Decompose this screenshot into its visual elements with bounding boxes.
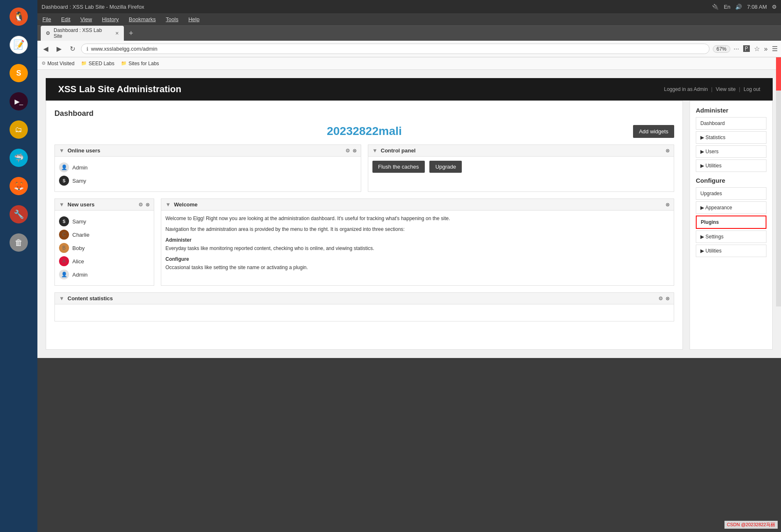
title-bar: Dashboard : XSS Lab Site - Mozilla Firef… — [37, 0, 781, 13]
control-panel-settings-icon[interactable]: ⊗ — [665, 148, 670, 154]
settings-icon[interactable]: ⚙ — [772, 4, 777, 10]
flush-caches-button[interactable]: Flush the caches — [372, 161, 425, 173]
sidebar-configure-utilities-arrow: ▶ — [700, 248, 705, 254]
log-out-link[interactable]: Log out — [744, 86, 760, 92]
admin-site-title: XSS Lab Site Administration — [58, 84, 181, 95]
wireshark-icon[interactable]: 🦈 — [6, 145, 31, 170]
trash-icon[interactable]: 🗑 — [6, 230, 31, 255]
menu-tools[interactable]: Tools — [164, 15, 180, 23]
configure-section-title: Configure — [696, 177, 766, 184]
boby-avatar: B — [59, 243, 69, 253]
online-user-samy-name: Samy — [72, 178, 86, 184]
active-tab[interactable]: ⚙ Dashboard : XSS Lab Site ✕ — [41, 26, 124, 41]
sidebar-plugins-link[interactable]: Plugins — [696, 216, 766, 229]
welcome-close-icon[interactable]: ⊗ — [665, 202, 670, 208]
bookmark-most-visited[interactable]: ⚙ Most Visited — [42, 61, 74, 66]
online-users-close-icon[interactable]: ⊗ — [352, 148, 357, 154]
administer-section-title: Administer — [696, 107, 766, 114]
menu-file[interactable]: File — [41, 15, 53, 23]
admin-avatar: 👤 — [59, 162, 69, 172]
refresh-button[interactable]: ↻ — [67, 44, 78, 54]
welcome-widget: ▼ Welcome ⊗ Welcome to Elgg! Right now y… — [161, 199, 674, 286]
dashboard-title: Dashboard — [54, 109, 674, 118]
menu-help[interactable]: Help — [187, 15, 201, 23]
ubuntu-icon[interactable]: 🐧 — [6, 4, 31, 29]
view-site-link[interactable]: View site — [716, 86, 736, 92]
statistics-link-label: Statistics — [705, 135, 725, 140]
scroll-thumb[interactable] — [776, 57, 781, 91]
new-tab-button[interactable]: + — [126, 29, 137, 38]
new-users-close-icon[interactable]: ⊗ — [145, 202, 150, 208]
tab-icon: ⚙ — [46, 30, 50, 36]
back-button[interactable]: ◀ — [41, 44, 51, 54]
content-stats-close-icon[interactable]: ⊗ — [665, 296, 670, 302]
welcome-section1-text: Everyday tasks like monitoring reported … — [165, 245, 670, 252]
menu-view[interactable]: View — [79, 15, 94, 23]
texteditor-icon[interactable]: 📝 — [6, 32, 31, 57]
pocket-icon[interactable]: 🅿 — [743, 45, 750, 53]
menu-bar: File Edit View History Bookmarks Tools H… — [37, 13, 781, 26]
new-user-samy-name: Samy — [72, 218, 86, 225]
control-panel-arrow: ▼ — [372, 147, 378, 154]
charlie-avatar: C — [59, 230, 69, 240]
online-users-title: Online users — [68, 147, 101, 154]
content-area: Dashboard 20232822mali Add widgets ▼ Onl… — [37, 101, 781, 358]
admin-nav: Logged in as Admin | View site | Log out — [664, 86, 760, 92]
menu-bookmarks[interactable]: Bookmarks — [127, 15, 158, 23]
sublime-icon[interactable]: S — [6, 61, 31, 86]
overflow-menu-icon[interactable]: ··· — [734, 45, 739, 53]
address-bar: ◀ ▶ ↻ ℹ www.xsslabelgg.com/admin 67% ···… — [37, 41, 781, 57]
bookmarks-bar: ⚙ Most Visited 📁 SEED Labs 📁 Sites for L… — [37, 57, 781, 70]
content-stats-settings-icon[interactable]: ⚙ — [658, 296, 663, 302]
sidebar-statistics-link[interactable]: ▶ Statistics — [696, 131, 766, 144]
url-bar[interactable]: ℹ www.xsslabelgg.com/admin — [81, 44, 710, 54]
sidebar-users-link[interactable]: ▶ Users — [696, 145, 766, 158]
new-user-charlie: C Charlie — [59, 228, 150, 241]
hamburger-menu-icon[interactable]: ☰ — [772, 45, 778, 53]
upgrade-button[interactable]: Upgrade — [429, 161, 462, 173]
chevron-right-icon[interactable]: » — [764, 45, 768, 53]
welcome-title: Welcome — [174, 201, 198, 208]
tab-bar: ⚙ Dashboard : XSS Lab Site ✕ + — [37, 26, 781, 41]
new-users-arrow: ▼ — [59, 201, 64, 208]
dashboard-username: 20232822mali — [327, 125, 402, 138]
files-icon[interactable]: 🗂 — [6, 117, 31, 142]
sidebar-configure-utilities-link[interactable]: ▶ Utilities — [696, 245, 766, 257]
welcome-section2-text: Occasional tasks like setting the site n… — [165, 264, 670, 271]
forward-button[interactable]: ▶ — [54, 44, 64, 54]
terminal-icon[interactable]: ▶_ — [6, 89, 31, 114]
sidebar-settings-link[interactable]: ▶ Settings — [696, 230, 766, 243]
dashboard-link-label: Dashboard — [700, 120, 725, 126]
menu-history[interactable]: History — [100, 15, 120, 23]
control-panel-body: Flush the caches Upgrade — [368, 157, 674, 177]
add-widgets-button[interactable]: Add widgets — [633, 125, 674, 138]
bookmark-seed-labs[interactable]: 📁 SEED Labs — [81, 61, 114, 66]
zoom-level[interactable]: 67% — [713, 45, 730, 53]
control-panel-widget: ▼ Control panel ⊗ Flush the caches Upgra… — [368, 145, 675, 192]
desktop-taskbar: 🐧 📝 S ▶_ 🗂 🦈 🦊 🔧 🗑 — [0, 0, 37, 532]
menu-edit[interactable]: Edit — [59, 15, 72, 23]
control-panel-header: ▼ Control panel ⊗ — [368, 145, 674, 157]
sidebar-appearance-link[interactable]: ▶ Appearance — [696, 201, 766, 214]
bookmark-sites-for-labs[interactable]: 📁 Sites for Labs — [121, 61, 159, 66]
wrench-icon[interactable]: 🔧 — [6, 202, 31, 227]
online-user-admin: 👤 Admin — [59, 161, 357, 174]
firefox-icon[interactable]: 🦊 — [6, 174, 31, 199]
bookmark-star-icon[interactable]: ☆ — [754, 45, 760, 53]
online-users-arrow: ▼ — [59, 147, 64, 154]
welcome-text: Welcome to Elgg! Right now you are looki… — [165, 215, 670, 271]
url-text: www.xsslabelgg.com/admin — [91, 46, 704, 52]
volume-icon: 🔊 — [735, 4, 742, 10]
tab-close-button[interactable]: ✕ — [115, 31, 119, 36]
new-users-settings-icon[interactable]: ⚙ — [138, 202, 143, 208]
scrollbar[interactable] — [776, 57, 781, 306]
admin-new-avatar: 👤 — [59, 270, 69, 279]
sidebar-upgrades-link[interactable]: Upgrades — [696, 187, 766, 200]
sidebar-administer-utilities-link[interactable]: ▶ Utilities — [696, 159, 766, 172]
sidebar-dashboard-link[interactable]: Dashboard — [696, 117, 766, 130]
network-icon: 🔌 — [712, 4, 719, 10]
sites-for-labs-label: Sites for Labs — [128, 61, 159, 66]
widgets-row-bottom: ▼ New users ⚙ ⊗ S Samy — [54, 199, 674, 286]
welcome-section2-title: Configure — [165, 255, 670, 263]
online-users-settings-icon[interactable]: ⚙ — [345, 148, 350, 154]
